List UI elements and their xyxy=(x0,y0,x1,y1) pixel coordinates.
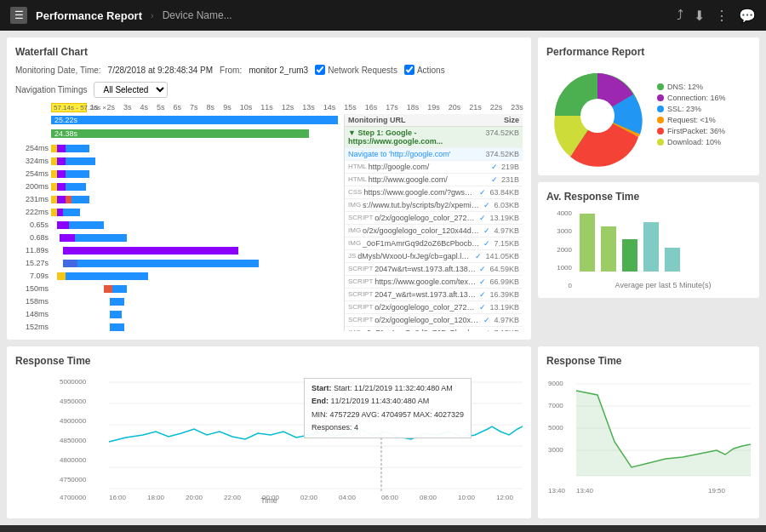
svg-text:12:00: 12:00 xyxy=(496,494,514,501)
svg-text:9000: 9000 xyxy=(548,380,563,387)
svg-text:18:00: 18:00 xyxy=(147,494,165,501)
timeline-row: 57.14s - 57.26s × 1s2s3s4s5s6s7s8s9s10s1… xyxy=(15,103,523,112)
bar-150ms: 150ms xyxy=(15,283,344,295)
response-time-left-panel: Response Time 5000000 4950000 4900000 48… xyxy=(7,346,531,518)
bar-total2: 24.38s xyxy=(51,129,309,138)
url-item-8: JS dMysb/WxooU-fxJeg/cb=gapl.loaded_0 ✓ … xyxy=(345,250,523,263)
dns-pie-dot xyxy=(657,83,664,90)
avg-bar-chart: Average per last 5 Minute(s) xyxy=(575,209,751,289)
bar-324ms: 324ms xyxy=(15,155,344,167)
waterfall-chart: 25.22s 24.38s xyxy=(15,114,344,331)
actions-checkbox[interactable] xyxy=(404,65,414,75)
svg-rect-3 xyxy=(601,226,616,272)
bar-152ms: 152ms xyxy=(15,321,344,331)
url-item-13: SCRIPT o/2x/googlelogo_color_120x44do.pn… xyxy=(345,314,523,327)
bar-068s: 0.68s xyxy=(15,232,344,243)
firstpacket-pie-dot xyxy=(657,128,664,134)
url-navigate: Navigate to 'http://google.com' 374.52KB xyxy=(345,148,523,161)
download-pie-dot xyxy=(657,139,664,146)
bar-1189s: 11.89s xyxy=(15,244,344,256)
url-item-2: HTML http://www.google.com/ ✓ 231B xyxy=(345,174,523,186)
svg-text:3000: 3000 xyxy=(548,446,563,454)
svg-text:4950000: 4950000 xyxy=(60,398,87,405)
actions-label[interactable]: Actions xyxy=(404,65,445,75)
timeline-labels: 1s2s3s4s5s6s7s8s9s10s11s12s13s14s15s16s1… xyxy=(90,103,523,112)
url-item-11: SCRIPT 2047_w&rt=wst.1973.aft.1381.prt.3… xyxy=(345,289,523,301)
bar-254ms-2: 254ms xyxy=(15,168,344,180)
avg-bars-svg xyxy=(575,209,751,277)
ssl-pie-dot xyxy=(657,106,664,112)
svg-rect-4 xyxy=(622,239,637,272)
from-label: From: xyxy=(220,66,242,75)
url-list: Monitoring URL Size ▼ Step 1: Google - h… xyxy=(344,114,523,331)
legend-connection-pie: Connection: 16% xyxy=(657,94,726,102)
url-item-12: SCRIPT o/2x/googlelogo_color_272x92dp.pn… xyxy=(345,301,523,314)
device-name: Device Name... xyxy=(163,9,232,21)
svg-rect-6 xyxy=(665,248,680,272)
network-requests-checkbox[interactable] xyxy=(315,65,325,75)
bar-065s: 0.65s xyxy=(15,219,344,231)
svg-text:22:00: 22:00 xyxy=(224,494,242,501)
url-header: Monitoring URL Size xyxy=(345,114,523,127)
app-title: Performance Report xyxy=(36,9,142,22)
svg-text:02:00: 02:00 xyxy=(300,494,318,501)
bar-total1: 25.22s xyxy=(51,116,338,124)
pie-panel: Performance Report xyxy=(538,37,759,175)
response-time-right-svg: 9000 7000 5000 3000 13:40 13:40 19:50 xyxy=(546,374,751,501)
url-step1: ▼ Step 1: Google - https://www.google.co… xyxy=(345,127,523,148)
share-icon[interactable]: ⤴ xyxy=(677,8,683,24)
svg-text:08:00: 08:00 xyxy=(420,494,437,501)
tooltip-responses: Responses: 4 xyxy=(312,421,464,434)
connection-pie-dot xyxy=(657,94,664,101)
monitor-value: monitor 2_rum3 xyxy=(249,66,308,75)
all-selected-dropdown[interactable]: All Selected xyxy=(94,82,168,98)
legend-dns-pie: DNS: 12% xyxy=(657,83,726,91)
response-right-area xyxy=(576,391,751,476)
bar-158ms: 158ms xyxy=(15,295,344,307)
main-content: Waterfall Chart Monitoring Date, Time: 7… xyxy=(0,31,766,525)
svg-text:7000: 7000 xyxy=(548,402,563,409)
pie-chart-svg xyxy=(546,65,649,167)
url-item-9: SCRIPT 2047w&rt=wst.1973.aft.1381.prt.39… xyxy=(345,263,523,276)
waterfall-body: 25.22s 24.38s xyxy=(15,114,523,331)
svg-text:06:00: 06:00 xyxy=(381,494,399,501)
svg-text:16:00: 16:00 xyxy=(109,494,127,501)
svg-text:5000000: 5000000 xyxy=(60,378,87,386)
avg-response-content: 4000 3000 2000 1000 0 Average per last 5… xyxy=(546,209,751,289)
avg-response-title: Av. Response Time xyxy=(546,191,751,203)
url-item-7: IMG _0oF1mAmrGq9d2oZ6BcPbocbnztNg ✓ 7.15… xyxy=(345,237,523,250)
more-icon[interactable]: ⋮ xyxy=(715,8,729,24)
avg-x-label: Average per last 5 Minute(s) xyxy=(575,281,751,289)
bar-254ms-1: 254ms xyxy=(15,142,344,154)
nav-timings-label: Navigation Timings xyxy=(15,85,87,94)
svg-text:19:50: 19:50 xyxy=(708,487,726,495)
svg-text:13:40: 13:40 xyxy=(576,487,594,495)
request-pie-dot xyxy=(657,117,664,123)
monitoring-date-value: 7/28/2018 at 9:28:48:34 PM xyxy=(108,66,213,75)
svg-text:13:40: 13:40 xyxy=(548,487,566,495)
waterfall-title: Waterfall Chart xyxy=(15,46,523,58)
legend-firstpacket-pie: FirstPacket: 36% xyxy=(657,127,726,135)
url-item-4: IMG s://www.tut.by/scripts/by2/xpemius.j… xyxy=(345,199,523,212)
response-tooltip: Start: Start: 11/21/2019 11:32:40:480 AM… xyxy=(304,378,472,438)
bar-row-total2: 24.38s xyxy=(15,128,344,140)
svg-text:4750000: 4750000 xyxy=(60,476,87,483)
svg-rect-5 xyxy=(643,222,659,272)
network-requests-label[interactable]: Network Requests xyxy=(315,65,397,75)
chat-icon[interactable]: 💬 xyxy=(739,8,756,24)
legend-ssl-pie: SSL: 23% xyxy=(657,105,726,113)
waterfall-controls: Monitoring Date, Time: 7/28/2018 at 9:28… xyxy=(15,65,523,98)
svg-point-1 xyxy=(580,99,615,133)
bar-231ms: 231ms xyxy=(15,193,344,205)
download-icon[interactable]: ⬇ xyxy=(694,8,705,24)
breadcrumb-sep: › xyxy=(151,10,154,20)
response-time-right-panel: Response Time 9000 7000 5000 3000 13:40 xyxy=(538,346,759,518)
monitoring-date-label: Monitoring Date, Time: xyxy=(15,66,101,75)
url-item-6: IMG o/2x/googlelogo_color_120x44do.png ✓… xyxy=(345,225,523,237)
legend-download-pie: Download: 10% xyxy=(657,138,726,146)
waterfall-panel: Waterfall Chart Monitoring Date, Time: 7… xyxy=(7,37,531,340)
response-time-right-chart: 9000 7000 5000 3000 13:40 13:40 19:50 xyxy=(546,374,751,503)
url-item-14: IMG _0oF1mAmrGq9d2oZ6BcPbocbnztNg ✓ 7.15… xyxy=(345,327,523,331)
bar-148ms: 148ms xyxy=(15,308,344,320)
pie-title: Performance Report xyxy=(546,46,751,58)
